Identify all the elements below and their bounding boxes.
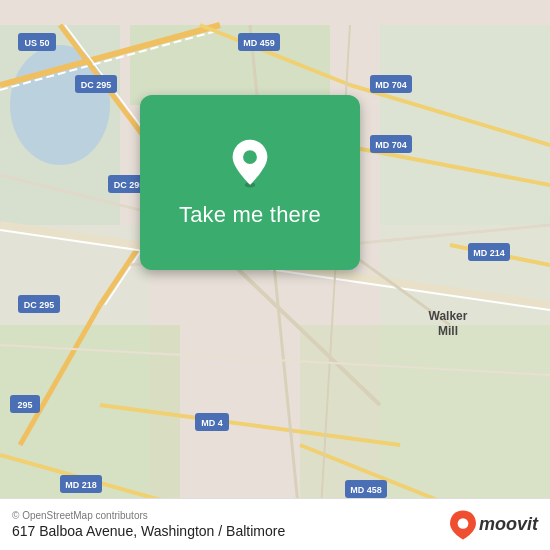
svg-text:DC 295: DC 295 <box>24 300 55 310</box>
svg-rect-6 <box>0 325 180 525</box>
address-text: 617 Balboa Avenue, Washington / Baltimor… <box>12 523 285 539</box>
bottom-bar: © OpenStreetMap contributors 617 Balboa … <box>0 498 550 550</box>
svg-text:MD 4: MD 4 <box>201 418 223 428</box>
svg-rect-2 <box>380 25 550 225</box>
moovit-text: moovit <box>479 514 538 535</box>
moovit-pin-icon <box>447 509 479 541</box>
moovit-logo: moovit <box>447 509 538 541</box>
svg-text:Walker: Walker <box>429 309 468 323</box>
svg-text:MD 704: MD 704 <box>375 140 407 150</box>
take-me-there-button[interactable]: Take me there <box>140 95 360 270</box>
location-pin-icon <box>224 138 276 190</box>
svg-text:US 50: US 50 <box>24 38 49 48</box>
map-svg: US 50 MD 459 DC 295 MD 704 DC 295 MD 704… <box>0 0 550 550</box>
svg-text:MD 214: MD 214 <box>473 248 505 258</box>
svg-point-61 <box>458 518 469 529</box>
copyright-text: © OpenStreetMap contributors <box>12 510 285 521</box>
svg-text:DC 295: DC 295 <box>81 80 112 90</box>
svg-text:MD 459: MD 459 <box>243 38 275 48</box>
address-section: © OpenStreetMap contributors 617 Balboa … <box>12 510 285 539</box>
map-container: US 50 MD 459 DC 295 MD 704 DC 295 MD 704… <box>0 0 550 550</box>
svg-point-60 <box>243 150 257 164</box>
svg-text:Mill: Mill <box>438 324 458 338</box>
svg-text:MD 218: MD 218 <box>65 480 97 490</box>
svg-point-1 <box>10 45 110 165</box>
svg-text:MD 704: MD 704 <box>375 80 407 90</box>
take-me-there-label: Take me there <box>179 202 321 228</box>
svg-text:MD 458: MD 458 <box>350 485 382 495</box>
svg-text:295: 295 <box>17 400 32 410</box>
